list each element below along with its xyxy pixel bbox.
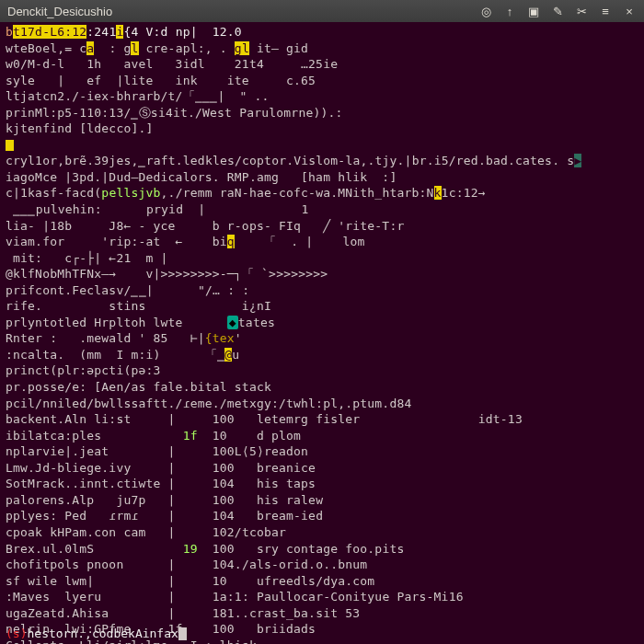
table-row: ugaZeatd.Ahisa | 181..crast_ba.sit 53 — [6, 605, 638, 622]
window-titlebar: Denckit_Desicushio ◎ ↑ ▣ ✎ ✂ ≡ × — [0, 0, 644, 22]
table-row: nplarvie|.jeat | 100L⟨5⟩readon — [6, 443, 638, 460]
table-row: ibilatca:ples 1f 10 d plom — [6, 428, 638, 444]
term-line: c|1kasf-facd(pellsjvb,./remm raN-hae-cof… — [6, 185, 638, 201]
term-line: lia- |18b J8← - yce b r-ops- FIq ╱ 'rite… — [6, 218, 638, 235]
globe-icon[interactable]: ◎ — [478, 4, 493, 18]
status-text: hestorn.,codbekAinfax — [27, 627, 178, 640]
wrench-icon[interactable]: ✎ — [550, 4, 565, 18]
table-row: SotMrack..innt.ctiwte | 104 his taps — [6, 476, 638, 492]
block-cursor-icon — [6, 140, 14, 151]
term-line: prinMl:p5-110:13/⎯Ⓢsi4it./West Parulomrn… — [6, 105, 638, 121]
term-line: pr.posse/e: [Aen/as fale.bital stack — [6, 379, 638, 396]
titlebar-left: Denckit_Desicushio — [7, 5, 112, 18]
term-line: ltjatcn2./-iex-bhrarb/t/「⎯⎯⎯| " .. — [6, 88, 638, 105]
cursor-line — [6, 137, 638, 154]
table-row: chofitpols pnoon | 104./als-orid.o..bnum — [6, 557, 638, 573]
diamond-icon: ◆ — [227, 316, 238, 329]
menu-icon[interactable]: ≡ — [598, 4, 613, 18]
term-line: Rnter : .mewald ' 85 ⊢|{tex' — [6, 330, 638, 347]
table-row: Lmw.Jd-bliege.ivy | 100 breanice — [6, 460, 638, 477]
term-line: iagoMce |3pd.|Dud—Dedicalors. RMP.amg [h… — [6, 169, 638, 186]
close-icon[interactable]: × — [622, 4, 637, 18]
term-line: ⎯⎯⎯pulvehin: pryid | 1 — [6, 201, 638, 218]
table-row: sf wile lwm| | 10 ufreedls/dya.com — [6, 573, 638, 590]
table-row: cpoak kHPam.con cam | 102/tcobar — [6, 524, 638, 541]
term-line: wteBoel,= ca : gl cre-apl:, . gl it— gid — [6, 40, 638, 57]
table-row: :Maves lyeru | 1a:1: Paullocar-Conityue … — [6, 589, 638, 605]
tools-icon[interactable]: ✂ — [574, 4, 589, 18]
term-line: cryl1or,brẽ.39jes,⎯raft.ledkles/coptor.V… — [6, 153, 638, 169]
term-line: @klfNobMhTFNx—→ v|>>>>>>>>-─┐「 `>>>>>>>> — [6, 266, 638, 282]
term-line: syle | ef |lite ink ite c.65 — [6, 73, 638, 89]
prompt-line: bt17d-L6:12:241i{4 V:d np| 12.0 — [6, 24, 638, 40]
term-line: rife. stins i¿nI — [6, 298, 638, 315]
table-row: Brex.ul.0lmS 19 100 sry contage foo.pits — [6, 541, 638, 558]
status-bar: (s) hestorn.,codbekAinfax — [6, 627, 638, 640]
table-row: backent.Aln li:st | 100 letemrg fisler i… — [6, 411, 638, 428]
term-line: kjtenfind [ldecco].] — [6, 121, 638, 137]
term-line: mit: c┌-├| ←21 m | — [6, 250, 638, 267]
window-title: Denckit_Desicushio — [7, 5, 112, 18]
arrow-up-icon[interactable]: ↑ — [502, 4, 517, 18]
term-line: :ncalta. (mm I m:i) 「⎯@u — [6, 347, 638, 363]
term-line: prifcont.Feclasv/⎯⎯| "/… : : — [6, 282, 638, 299]
term-line: viam.for 'rip:-at ← biq 「 . | lom — [6, 234, 638, 250]
status-indicator-icon: (s) — [6, 627, 27, 640]
text-cursor-icon — [178, 627, 187, 640]
titlebar-right: ◎ ↑ ▣ ✎ ✂ ≡ × — [478, 4, 637, 18]
clipboard-icon[interactable]: ▣ — [526, 4, 541, 18]
term-line: w0/M-d-l 1h avel 3idl 21t4 …25ie — [6, 56, 638, 73]
table-row: palorens.Alp ju7p | 100 his ralew — [6, 492, 638, 509]
terminal-output[interactable]: bt17d-L6:12:241i{4 V:d np| 12.0 wteBoel,… — [0, 22, 644, 644]
term-line: pcil/nniled/bwllssaftt./ɾeme./metxgy:/tw… — [6, 396, 638, 412]
term-line: princt(plr:əpcti(pə:3 — [6, 362, 638, 379]
term-line: prlyntotled Hrpltoh lwte ◆tates — [6, 315, 638, 331]
table-row: pplyes: Ped ɾrmɾ | 104 bream-ied — [6, 508, 638, 524]
